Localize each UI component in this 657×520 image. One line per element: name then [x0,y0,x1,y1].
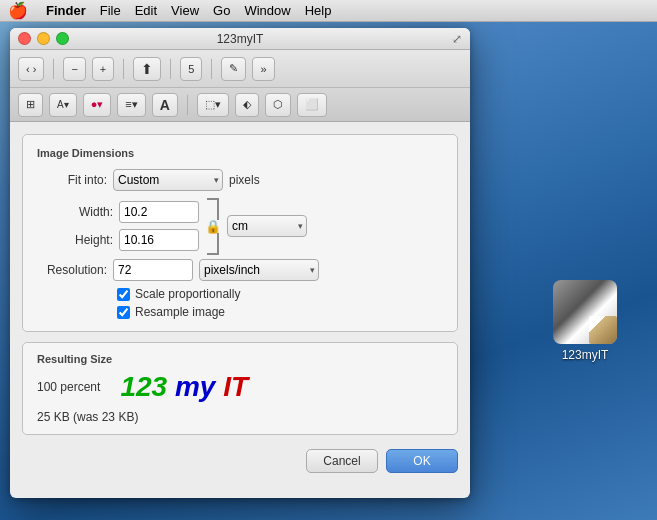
ok-button[interactable]: OK [386,449,458,473]
label-button[interactable]: A▾ [49,93,77,117]
logo-display: 123 my IT [120,371,248,403]
resolution-unit-select[interactable]: pixels/inch pixels/cm [199,259,319,281]
fit-into-select[interactable]: Custom Original Size Screen Print [113,169,223,191]
edit-button[interactable]: ✎ [221,57,246,81]
select-tool-button[interactable]: ⬚▾ [197,93,229,117]
toolbar-separator-2 [123,59,124,79]
logo-part1: 123 [120,371,167,402]
resolution-row: Resolution: pixels/inch pixels/cm ▾ [37,259,443,281]
button-row: Cancel OK [22,445,458,479]
resample-image-checkbox[interactable] [117,306,130,319]
view-toggle-button[interactable]: ⊞ [18,93,43,117]
fit-into-select-wrapper: Custom Original Size Screen Print ▾ [113,169,223,191]
toolbar-secondary: ⊞ A▾ ●▾ ≡▾ A ⬚▾ ⬖ ⬡ ⬜ [10,88,470,122]
unit-select[interactable]: cm inches px mm [227,215,307,237]
logo-part2: my [167,371,215,402]
size-text: 25 KB (was 23 KB) [37,410,138,424]
toolbar-separator-4 [211,59,212,79]
share-button[interactable]: ⬆ [133,57,161,81]
resolution-input[interactable] [113,259,193,281]
scale-proportionally-label: Scale proportionally [135,287,240,301]
resample-image-label: Resample image [135,305,225,319]
nav-back-forward-button[interactable]: ‹ › [18,57,44,81]
toolbar-separator-3 [170,59,171,79]
icon-overlay [589,316,617,344]
page-number-button[interactable]: 5 [180,57,202,81]
resulting-size-panel: Resulting Size 100 percent 123 my IT 25 … [22,342,458,435]
percent-text: 100 percent [37,380,100,394]
height-input[interactable] [119,229,199,251]
menubar-view[interactable]: View [171,3,199,18]
align-button[interactable]: ≡▾ [117,93,145,117]
width-input[interactable] [119,201,199,223]
logo-part3: IT [215,371,248,402]
transform2-button[interactable]: ⬡ [265,93,291,117]
resample-image-row: Resample image [117,305,443,319]
height-label: Height: [43,233,113,247]
resulting-size-title: Resulting Size [37,353,443,365]
image-dimensions-panel: Image Dimensions Fit into: Custom Origin… [22,134,458,332]
unit-select-wrapper: cm inches px mm ▾ [227,215,307,237]
cancel-button[interactable]: Cancel [306,449,378,473]
close-button[interactable] [18,32,31,45]
menubar-window[interactable]: Window [244,3,290,18]
resolution-unit-wrapper: pixels/inch pixels/cm ▾ [199,259,319,281]
lock-icon: 🔒 [205,220,221,233]
menubar-finder[interactable]: Finder [46,3,86,18]
toolbar-sep-5 [187,95,188,115]
width-row: Width: [43,201,199,223]
icon-label: 123myIT [562,348,609,362]
toolbar-separator [53,59,54,79]
menubar-help[interactable]: Help [305,3,332,18]
dialog-content: Image Dimensions Fit into: Custom Origin… [10,122,470,491]
fit-into-row: Fit into: Custom Original Size Screen Pr… [37,169,443,191]
scale-proportionally-checkbox[interactable] [117,288,130,301]
zoom-out-button[interactable]: − [63,57,85,81]
resolution-label: Resolution: [37,263,107,277]
font-button[interactable]: A [152,93,178,117]
bracket-bottom [207,233,219,255]
icon-thumbnail [553,280,617,344]
image-dimensions-title: Image Dimensions [37,147,443,159]
bracket-top [207,198,219,220]
height-row: Height: [43,229,199,251]
color-button[interactable]: ●▾ [83,93,112,117]
more-button[interactable]: » [252,57,274,81]
toolbar-primary: ‹ › − + ⬆ 5 ✎ » [10,50,470,88]
transform1-button[interactable]: ⬖ [235,93,259,117]
titlebar: 123myIT ⤢ [10,28,470,50]
expand-icon[interactable]: ⤢ [452,32,462,46]
menubar-go[interactable]: Go [213,3,230,18]
main-window: 123myIT ⤢ ‹ › − + ⬆ 5 ✎ » ⊞ A▾ ●▾ ≡▾ A ⬚… [10,28,470,498]
scale-proportionally-row: Scale proportionally [117,287,443,301]
minimize-button[interactable] [37,32,50,45]
transform3-button[interactable]: ⬜ [297,93,327,117]
menubar-file[interactable]: File [100,3,121,18]
menubar-edit[interactable]: Edit [135,3,157,18]
zoom-in-button[interactable]: + [92,57,114,81]
traffic-lights [18,32,69,45]
apple-menu[interactable]: 🍎 [8,1,28,20]
window-title: 123myIT [217,32,264,46]
pixels-label: pixels [229,173,269,187]
fit-into-label: Fit into: [37,173,107,187]
width-label: Width: [43,205,113,219]
desktop-icon-123myit[interactable]: 123myIT [553,280,617,362]
maximize-button[interactable] [56,32,69,45]
menubar: 🍎 Finder File Edit View Go Window Help [0,0,657,22]
